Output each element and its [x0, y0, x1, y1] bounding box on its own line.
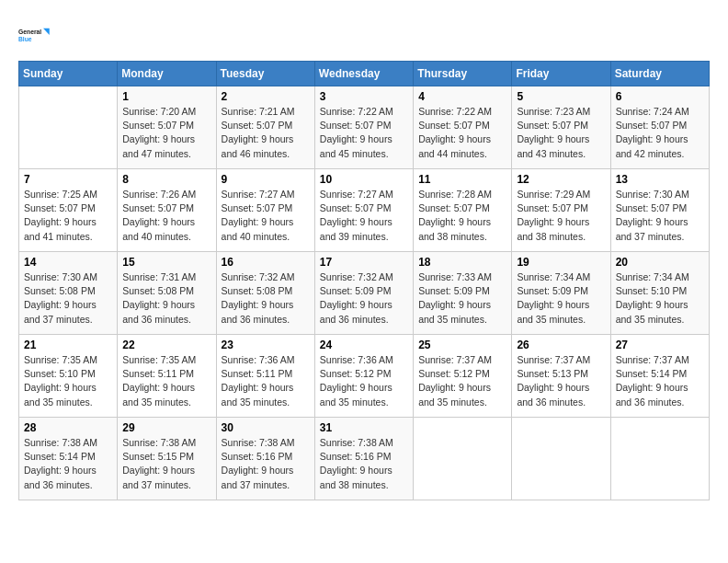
day-number: 8 — [122, 173, 210, 186]
logo: GeneralBlue — [18, 18, 51, 52]
day-number: 3 — [320, 90, 408, 103]
calendar-cell: 12Sunrise: 7:29 AM Sunset: 5:07 PM Dayli… — [512, 169, 610, 252]
day-info: Sunrise: 7:38 AM Sunset: 5:16 PM Dayligh… — [320, 436, 408, 492]
calendar-cell: 9Sunrise: 7:27 AM Sunset: 5:07 PM Daylig… — [216, 169, 314, 252]
day-info: Sunrise: 7:36 AM Sunset: 5:11 PM Dayligh… — [222, 353, 310, 409]
day-number: 6 — [616, 90, 704, 103]
calendar-cell — [610, 418, 709, 500]
calendar-cell: 2Sunrise: 7:21 AM Sunset: 5:07 PM Daylig… — [216, 86, 314, 169]
calendar-cell: 8Sunrise: 7:26 AM Sunset: 5:07 PM Daylig… — [118, 169, 216, 252]
calendar-week-row: 14Sunrise: 7:30 AM Sunset: 5:08 PM Dayli… — [19, 252, 710, 335]
day-info: Sunrise: 7:37 AM Sunset: 5:14 PM Dayligh… — [616, 353, 704, 409]
calendar-cell: 4Sunrise: 7:22 AM Sunset: 5:07 PM Daylig… — [414, 86, 512, 169]
day-number: 31 — [320, 421, 408, 434]
day-number: 15 — [122, 256, 210, 269]
calendar-cell: 21Sunrise: 7:35 AM Sunset: 5:10 PM Dayli… — [19, 335, 118, 418]
calendar-week-row: 7Sunrise: 7:25 AM Sunset: 5:07 PM Daylig… — [19, 169, 710, 252]
calendar-cell: 29Sunrise: 7:38 AM Sunset: 5:15 PM Dayli… — [118, 418, 216, 500]
calendar-cell: 20Sunrise: 7:34 AM Sunset: 5:10 PM Dayli… — [610, 252, 709, 335]
calendar-cell — [19, 86, 118, 169]
calendar-cell: 11Sunrise: 7:28 AM Sunset: 5:07 PM Dayli… — [414, 169, 512, 252]
day-info: Sunrise: 7:22 AM Sunset: 5:07 PM Dayligh… — [418, 105, 506, 161]
calendar-week-row: 21Sunrise: 7:35 AM Sunset: 5:10 PM Dayli… — [19, 335, 710, 418]
day-info: Sunrise: 7:32 AM Sunset: 5:08 PM Dayligh… — [222, 270, 310, 327]
calendar-cell: 3Sunrise: 7:22 AM Sunset: 5:07 PM Daylig… — [314, 86, 413, 169]
col-header-tuesday: Tuesday — [216, 62, 314, 86]
day-info: Sunrise: 7:37 AM Sunset: 5:12 PM Dayligh… — [418, 353, 506, 409]
calendar-cell: 16Sunrise: 7:32 AM Sunset: 5:08 PM Dayli… — [216, 252, 314, 335]
day-number: 2 — [222, 90, 310, 103]
day-info: Sunrise: 7:25 AM Sunset: 5:07 PM Dayligh… — [24, 188, 112, 244]
day-info: Sunrise: 7:33 AM Sunset: 5:09 PM Dayligh… — [418, 270, 506, 327]
day-info: Sunrise: 7:22 AM Sunset: 5:07 PM Dayligh… — [320, 105, 408, 161]
col-header-wednesday: Wednesday — [314, 62, 413, 86]
day-number: 30 — [222, 421, 310, 434]
calendar-cell: 6Sunrise: 7:24 AM Sunset: 5:07 PM Daylig… — [610, 86, 709, 169]
col-header-sunday: Sunday — [19, 62, 118, 86]
calendar-cell: 18Sunrise: 7:33 AM Sunset: 5:09 PM Dayli… — [414, 252, 512, 335]
calendar-cell: 22Sunrise: 7:35 AM Sunset: 5:11 PM Dayli… — [118, 335, 216, 418]
day-number: 18 — [418, 256, 506, 269]
svg-text:Blue: Blue — [18, 36, 32, 42]
day-info: Sunrise: 7:27 AM Sunset: 5:07 PM Dayligh… — [222, 188, 310, 244]
day-info: Sunrise: 7:24 AM Sunset: 5:07 PM Dayligh… — [616, 105, 704, 161]
calendar-cell: 31Sunrise: 7:38 AM Sunset: 5:16 PM Dayli… — [314, 418, 413, 500]
calendar-cell: 23Sunrise: 7:36 AM Sunset: 5:11 PM Dayli… — [216, 335, 314, 418]
day-info: Sunrise: 7:23 AM Sunset: 5:07 PM Dayligh… — [517, 105, 605, 161]
day-number: 9 — [222, 173, 310, 186]
calendar-cell: 15Sunrise: 7:31 AM Sunset: 5:08 PM Dayli… — [118, 252, 216, 335]
day-number: 1 — [122, 90, 210, 103]
day-number: 12 — [517, 173, 605, 186]
col-header-monday: Monday — [118, 62, 216, 86]
day-number: 16 — [222, 256, 310, 269]
calendar-cell: 26Sunrise: 7:37 AM Sunset: 5:13 PM Dayli… — [512, 335, 610, 418]
calendar-cell: 24Sunrise: 7:36 AM Sunset: 5:12 PM Dayli… — [314, 335, 413, 418]
day-info: Sunrise: 7:38 AM Sunset: 5:15 PM Dayligh… — [122, 436, 210, 492]
svg-marker-2 — [43, 29, 50, 35]
calendar-header-row: SundayMondayTuesdayWednesdayThursdayFrid… — [19, 62, 710, 86]
page-header: GeneralBlue — [18, 18, 710, 52]
calendar-cell: 10Sunrise: 7:27 AM Sunset: 5:07 PM Dayli… — [314, 169, 413, 252]
day-number: 10 — [320, 173, 408, 186]
day-number: 17 — [320, 256, 408, 269]
day-number: 22 — [122, 339, 210, 351]
calendar-cell — [414, 418, 512, 500]
day-number: 4 — [418, 90, 506, 103]
day-number: 14 — [24, 256, 112, 269]
calendar-cell: 27Sunrise: 7:37 AM Sunset: 5:14 PM Dayli… — [610, 335, 709, 418]
day-info: Sunrise: 7:37 AM Sunset: 5:13 PM Dayligh… — [517, 353, 605, 409]
day-info: Sunrise: 7:20 AM Sunset: 5:07 PM Dayligh… — [122, 105, 210, 161]
day-info: Sunrise: 7:29 AM Sunset: 5:07 PM Dayligh… — [517, 188, 605, 244]
day-info: Sunrise: 7:35 AM Sunset: 5:10 PM Dayligh… — [24, 353, 112, 409]
day-number: 28 — [24, 421, 112, 434]
day-info: Sunrise: 7:35 AM Sunset: 5:11 PM Dayligh… — [122, 353, 210, 409]
day-number: 11 — [418, 173, 506, 186]
calendar-cell: 14Sunrise: 7:30 AM Sunset: 5:08 PM Dayli… — [19, 252, 118, 335]
day-info: Sunrise: 7:36 AM Sunset: 5:12 PM Dayligh… — [320, 353, 408, 409]
day-info: Sunrise: 7:32 AM Sunset: 5:09 PM Dayligh… — [320, 270, 408, 327]
calendar-cell — [512, 418, 610, 500]
day-number: 19 — [517, 256, 605, 269]
calendar-cell: 28Sunrise: 7:38 AM Sunset: 5:14 PM Dayli… — [19, 418, 118, 500]
day-info: Sunrise: 7:30 AM Sunset: 5:07 PM Dayligh… — [616, 188, 704, 244]
day-number: 26 — [517, 339, 605, 351]
day-number: 13 — [616, 173, 704, 186]
col-header-thursday: Thursday — [414, 62, 512, 86]
calendar-cell: 17Sunrise: 7:32 AM Sunset: 5:09 PM Dayli… — [314, 252, 413, 335]
day-info: Sunrise: 7:31 AM Sunset: 5:08 PM Dayligh… — [122, 270, 210, 327]
calendar-cell: 1Sunrise: 7:20 AM Sunset: 5:07 PM Daylig… — [118, 86, 216, 169]
svg-text:General: General — [18, 29, 41, 35]
calendar-cell: 19Sunrise: 7:34 AM Sunset: 5:09 PM Dayli… — [512, 252, 610, 335]
day-info: Sunrise: 7:38 AM Sunset: 5:14 PM Dayligh… — [24, 436, 112, 492]
day-number: 24 — [320, 339, 408, 351]
col-header-friday: Friday — [512, 62, 610, 86]
day-number: 25 — [418, 339, 506, 351]
day-info: Sunrise: 7:28 AM Sunset: 5:07 PM Dayligh… — [418, 188, 506, 244]
day-info: Sunrise: 7:34 AM Sunset: 5:09 PM Dayligh… — [517, 270, 605, 327]
day-info: Sunrise: 7:26 AM Sunset: 5:07 PM Dayligh… — [122, 188, 210, 244]
day-number: 20 — [616, 256, 704, 269]
day-number: 29 — [122, 421, 210, 434]
day-info: Sunrise: 7:21 AM Sunset: 5:07 PM Dayligh… — [222, 105, 310, 161]
day-number: 7 — [24, 173, 112, 186]
day-info: Sunrise: 7:38 AM Sunset: 5:16 PM Dayligh… — [222, 436, 310, 492]
